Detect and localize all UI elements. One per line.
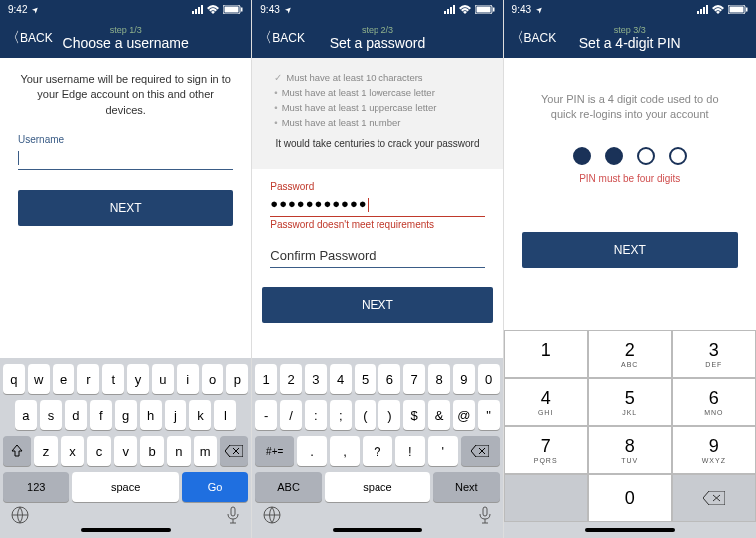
symbols-key[interactable]: #+= <box>255 436 294 466</box>
page-title: Set a password <box>252 35 502 51</box>
battery-icon <box>475 5 495 14</box>
space-key[interactable]: space <box>325 472 430 502</box>
next-button[interactable]: NEXT <box>522 232 738 268</box>
key-r[interactable]: r <box>77 364 99 394</box>
key-5[interactable]: 5 <box>355 364 377 394</box>
home-indicator[interactable] <box>333 528 422 532</box>
home-indicator[interactable] <box>81 528 171 532</box>
numkey-0[interactable]: 0 <box>588 474 672 522</box>
key-8[interactable]: 8 <box>428 364 450 394</box>
next-key[interactable]: Next <box>433 472 499 502</box>
key-s[interactable]: s <box>40 400 62 430</box>
globe-icon[interactable] <box>263 506 281 524</box>
pin-dot <box>637 147 655 165</box>
key-f[interactable]: f <box>90 400 112 430</box>
key-apos[interactable]: ' <box>428 436 458 466</box>
globe-icon[interactable] <box>11 506 29 524</box>
key-p[interactable]: p <box>226 364 248 394</box>
page-title: Choose a username <box>0 35 251 51</box>
numkey-3[interactable]: 3DEF <box>672 330 756 378</box>
key-2[interactable]: 2 <box>280 364 302 394</box>
key-i[interactable]: i <box>177 364 199 394</box>
backspace-key[interactable] <box>672 474 756 522</box>
key-7[interactable]: 7 <box>403 364 425 394</box>
numkey-5[interactable]: 5JKL <box>588 378 672 426</box>
password-label: Password <box>270 181 484 192</box>
key-comma[interactable]: , <box>330 436 360 466</box>
key-amp[interactable]: & <box>428 400 450 430</box>
numkey-8[interactable]: 8TUV <box>588 426 672 474</box>
rule-item: Must have at least 10 characters <box>286 72 422 83</box>
key-z[interactable]: z <box>34 436 58 466</box>
numbers-key[interactable]: 123 <box>3 472 69 502</box>
space-key[interactable]: space <box>72 472 178 502</box>
key-a[interactable]: a <box>15 400 37 430</box>
password-input[interactable]: ●●●●●●●●●●● <box>270 194 484 217</box>
home-indicator[interactable] <box>585 528 675 532</box>
header: 〈BACK step 2/3 Set a password <box>252 18 502 58</box>
key-c[interactable]: c <box>87 436 111 466</box>
backspace-key[interactable] <box>220 436 248 466</box>
key-o[interactable]: o <box>202 364 224 394</box>
rule-item: Must have at least 1 number <box>282 117 401 128</box>
mic-icon[interactable] <box>226 506 240 524</box>
key-colon[interactable]: : <box>305 400 327 430</box>
key-y[interactable]: y <box>127 364 149 394</box>
key-j[interactable]: j <box>165 400 187 430</box>
key-dollar[interactable]: $ <box>403 400 425 430</box>
numkey-4[interactable]: 4GHI <box>504 378 588 426</box>
key-k[interactable]: k <box>189 400 211 430</box>
key-9[interactable]: 9 <box>453 364 475 394</box>
username-input[interactable] <box>18 147 233 170</box>
key-4[interactable]: 4 <box>330 364 352 394</box>
key-exclaim[interactable]: ! <box>395 436 425 466</box>
key-u[interactable]: u <box>152 364 174 394</box>
key-semicolon[interactable]: ; <box>330 400 352 430</box>
key-v[interactable]: v <box>114 436 138 466</box>
key-0[interactable]: 0 <box>478 364 500 394</box>
confirm-password-input[interactable]: Confirm Password <box>270 246 484 268</box>
key-b[interactable]: b <box>140 436 164 466</box>
numkey-9[interactable]: 9WXYZ <box>672 426 756 474</box>
svg-rect-6 <box>476 6 490 12</box>
numkey-1[interactable]: 1 <box>504 330 588 378</box>
key-quote[interactable]: " <box>478 400 500 430</box>
abc-key[interactable]: ABC <box>255 472 321 502</box>
key-rparen[interactable]: ) <box>378 400 400 430</box>
key-3[interactable]: 3 <box>305 364 327 394</box>
key-h[interactable]: h <box>140 400 162 430</box>
mic-icon[interactable] <box>478 506 492 524</box>
key-6[interactable]: 6 <box>378 364 400 394</box>
key-e[interactable]: e <box>53 364 75 394</box>
key-slash[interactable]: / <box>280 400 302 430</box>
key-x[interactable]: x <box>61 436 85 466</box>
key-dash[interactable]: - <box>255 400 277 430</box>
backspace-key[interactable] <box>461 436 500 466</box>
key-1[interactable]: 1 <box>255 364 277 394</box>
key-lparen[interactable]: ( <box>355 400 377 430</box>
key-m[interactable]: m <box>194 436 218 466</box>
key-g[interactable]: g <box>115 400 137 430</box>
key-n[interactable]: n <box>167 436 191 466</box>
key-w[interactable]: w <box>28 364 50 394</box>
key-l[interactable]: l <box>214 400 236 430</box>
key-at[interactable]: @ <box>453 400 475 430</box>
numkey-6[interactable]: 6MNO <box>672 378 756 426</box>
numkey-2[interactable]: 2ABC <box>588 330 672 378</box>
next-button[interactable]: NEXT <box>18 190 233 226</box>
next-button[interactable]: NEXT <box>262 287 492 323</box>
key-period[interactable]: . <box>297 436 327 466</box>
location-arrow-icon: ➤ <box>30 4 41 15</box>
key-t[interactable]: t <box>102 364 124 394</box>
key-q[interactable]: q <box>3 364 25 394</box>
password-rules: ✓Must have at least 10 characters •Must … <box>252 58 502 169</box>
location-arrow-icon: ➤ <box>534 4 545 15</box>
numkey-empty <box>504 474 588 522</box>
numkey-7[interactable]: 7PQRS <box>504 426 588 474</box>
signal-icon <box>444 5 455 14</box>
go-key[interactable]: Go <box>182 472 248 502</box>
key-question[interactable]: ? <box>363 436 392 466</box>
key-d[interactable]: d <box>65 400 87 430</box>
battery-icon <box>728 5 748 14</box>
shift-key[interactable] <box>3 436 31 466</box>
